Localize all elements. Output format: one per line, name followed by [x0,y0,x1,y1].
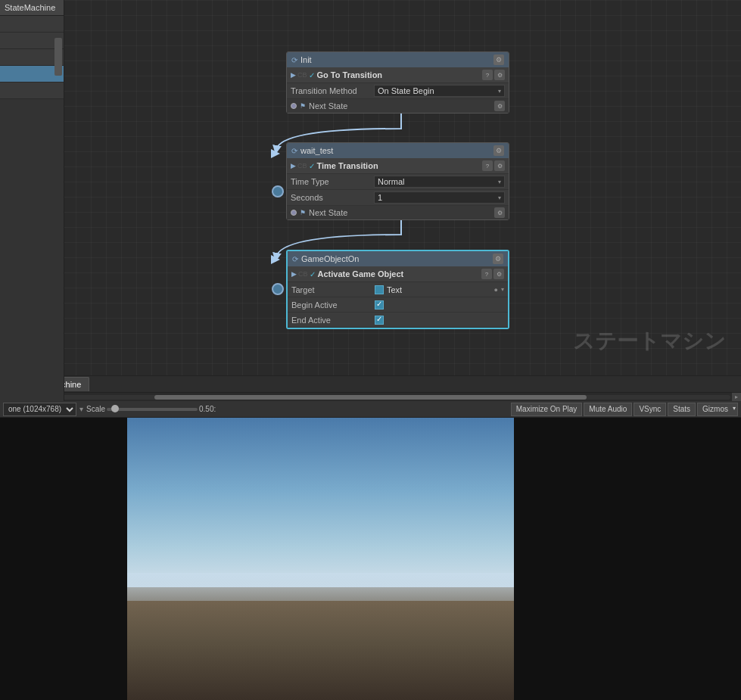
game-object-on-header: ⟳ GameObjectOn ⚙ [288,251,508,266]
wait-test-action-icons: ▶ CB ✓ [291,162,315,170]
game-object-on-action-row: ▶ CB ✓ Activate Game Object ? ⚙ [288,266,508,282]
game-object-on-cb-icon: CB [298,270,308,278]
scale-label: Scale [86,405,105,413]
wait-test-cb-icon: CB [297,162,307,170]
game-object-on-target-field: Text ● ▾ [375,285,504,294]
game-object-on-sync-icon: ⟳ [292,255,298,263]
init-action-gear-btn[interactable]: ⚙ [494,70,505,80]
vsync-btn[interactable]: VSync [634,403,666,416]
init-next-state-label: Next State [309,101,491,110]
init-cb-icon: CB [297,71,307,79]
game-object-on-begin-active-checkbox[interactable] [375,300,384,310]
wait-test-seconds-value: 1 [378,193,382,202]
wait-test-next-state-dot [291,210,297,216]
game-object-on-begin-active-label: Begin Active [291,300,375,310]
viewport-left-bar [0,418,127,700]
wait-test-action-gear-btn[interactable]: ⚙ [494,160,505,171]
init-gear-btn[interactable]: ⚙ [493,54,504,65]
game-viewport [0,418,741,700]
init-next-state-row: ⚑ Next State ⚙ [287,99,509,113]
svg-point-2 [272,284,283,294]
init-next-state-flag-icon: ⚑ [300,102,306,110]
sidebar-title: StateMachine [0,0,64,16]
init-field-value: On State Begin [378,86,434,95]
game-ground [127,587,514,700]
game-object-on-end-active-label: End Active [291,316,375,325]
sidebar-scrollbar[interactable] [54,38,62,76]
gizmos-btn[interactable]: Gizmos [697,403,738,416]
svg-point-1 [272,186,283,197]
game-object-on-target-row: Target Text ● ▾ [288,282,508,297]
game-object-on-help-btn[interactable]: ? [481,269,492,279]
init-next-state-gear[interactable]: ⚙ [494,101,505,111]
game-object-on-end-active-checkbox[interactable] [375,316,384,325]
wait-test-next-state-row: ⚑ Next State ⚙ [287,206,509,219]
game-object-on-target-dot[interactable]: ● [494,286,498,294]
wait-test-gear-btn[interactable]: ⚙ [493,145,504,156]
toolbar-right: Maximize On Play Mute Audio VSync Stats … [511,403,738,416]
resolution-select[interactable]: one (1024x768) [3,403,76,416]
game-object-on-gear-btn[interactable]: ⚙ [493,254,503,264]
stats-btn[interactable]: Stats [668,403,696,416]
game-object-on-action-gear-btn[interactable]: ⚙ [493,269,504,279]
svg-marker-4 [271,255,280,264]
h-scrollbar[interactable]: ◂ ▸ [0,392,741,401]
init-action-row: ▶ CB ✓ Go To Transition ? ⚙ [287,67,509,83]
game-horizon-haze [127,573,514,601]
wait-test-seconds-arrow: ▾ [498,194,501,201]
wait-test-action-icons-right: ? ⚙ [482,160,505,171]
svg-marker-3 [271,149,280,158]
maximize-on-play-btn[interactable]: Maximize On Play [511,403,583,416]
wait-test-help-btn[interactable]: ? [482,160,493,171]
game-object-on-target-arrow: ▾ [501,286,504,293]
wait-test-next-state-label: Next State [309,208,491,217]
init-action-icons: ▶ CB ✓ [291,71,315,79]
scale-slider[interactable] [107,408,198,411]
game-view: one (1024x768) ▾ Scale 0.50: Maximize On… [0,401,741,700]
game-object-on-title: GameObjectOn [301,254,359,263]
init-help-btn[interactable]: ? [482,70,493,80]
wait-test-seconds-field[interactable]: 1 ▾ [374,191,505,204]
wait-test-time-type-value: Normal [378,177,404,186]
init-field-label: Transition Method [291,86,374,95]
wait-test-seconds-row: Seconds 1 ▾ [287,190,509,206]
game-object-on-target-label: Target [291,285,375,294]
wait-test-seconds-label: Seconds [291,193,374,202]
state-machine-editor: StateMachine ⟳ Init [0,0,741,401]
mute-audio-btn[interactable]: Mute Audio [584,403,632,416]
wait-test-tri-icon: ▶ [291,162,296,170]
resolution-dropdown-arrow: ▾ [79,405,83,413]
game-viewport-inner [127,418,514,700]
h-scrollbar-thumb[interactable] [154,395,587,400]
init-check-icon: ✓ [309,71,315,79]
h-scrollbar-right-btn[interactable]: ▸ [732,393,741,402]
sidebar-item-4 [0,82,64,99]
scale-value: 0.50: [199,405,216,413]
init-action-title: Go To Transition [317,70,383,79]
wait-test-title: wait_test [300,146,333,155]
game-object-on-tri-icon: ▶ [291,270,297,278]
wait-test-action-row: ▶ CB ✓ Time Transition ? ⚙ [287,158,509,174]
wait-test-time-type-dropdown[interactable]: Normal ▾ [374,176,505,188]
init-next-state-dot [291,103,297,109]
wait-test-time-type-row: Time Type Normal ▾ [287,174,509,190]
init-field-dropdown[interactable]: On State Begin ▾ [374,85,505,97]
init-field-row: Transition Method On State Begin ▾ [287,83,509,99]
wait-test-dropdown-arrow: ▾ [498,179,501,185]
game-object-on-node: ⟳ GameObjectOn ⚙ ▶ CB ✓ Activate Game Ob… [286,250,509,329]
init-action-icons-right: ? ⚙ [482,70,505,80]
wait-test-header-left: ⟳ wait_test [291,146,333,155]
target-icon [375,285,384,294]
game-object-on-end-active-row: End Active [288,313,508,328]
wait-test-next-state-gear[interactable]: ⚙ [494,207,505,218]
init-node-header: ⟳ Init ⚙ [287,52,509,67]
init-sync-icon: ⟳ [291,56,297,64]
wait-test-check-icon: ✓ [309,162,315,170]
wait-test-action-title: Time Transition [317,161,378,170]
game-toolbar-left: one (1024x768) ▾ Scale 0.50: [3,403,216,416]
game-toolbar: one (1024x768) ▾ Scale 0.50: Maximize On… [0,401,741,418]
sidebar: StateMachine [0,0,64,401]
wait-test-node: ⟳ wait_test ⚙ ▶ CB ✓ Time Transition ? ⚙… [286,142,509,220]
init-header-left: ⟳ Init [291,55,312,64]
h-scrollbar-track[interactable] [11,395,730,400]
